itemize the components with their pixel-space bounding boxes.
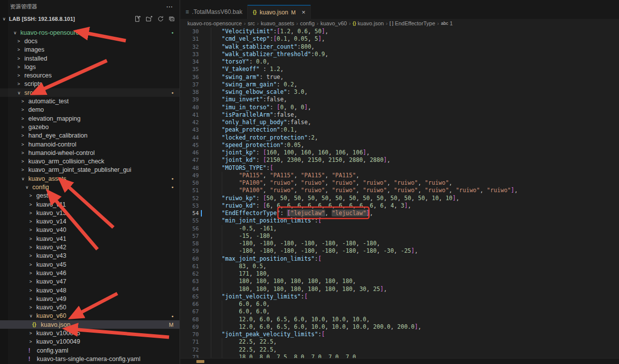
tab-kuavo.json[interactable]: {}kuavo.jsonM× (248, 5, 311, 19)
chevron-right-icon[interactable]: > (29, 219, 36, 224)
breadcrumb-item-config[interactable]: config (300, 20, 314, 26)
code-line[interactable]: 72 22.5, 22.5, (180, 346, 619, 354)
code-line[interactable]: 31 "cmd_vel_step":[0.1, 0.05, 5], (180, 35, 619, 43)
tree-row-kuavo_v40[interactable]: >kuavo_v40 (0, 226, 179, 234)
chevron-right-icon[interactable]: > (17, 47, 24, 52)
tree-row-kuavo_arm_collision_check[interactable]: >kuavo_arm_collision_check (0, 157, 179, 165)
chevron-right-icon[interactable]: > (29, 227, 36, 232)
chevron-right-icon[interactable]: > (29, 331, 36, 336)
breadcrumb-item-kuavo.json[interactable]: kuavo.json (357, 20, 384, 26)
code-line[interactable]: 43 "peak_protection":0.1, (180, 126, 619, 134)
tree-row-gesture[interactable]: >gesture (0, 192, 179, 200)
new-folder-icon[interactable] (146, 15, 153, 22)
chevron-right-icon[interactable]: > (21, 107, 28, 112)
tree-row-gazebo[interactable]: >gazebo (0, 123, 179, 131)
tree-row-config[interactable]: ∨config● (0, 183, 179, 191)
code-line[interactable]: 32 "walk_stablizer_count":800, (180, 43, 619, 51)
more-actions-icon[interactable]: ⋯ (166, 2, 174, 10)
tree-row-kuavo_v46[interactable]: >kuavo_v46 (0, 269, 179, 277)
code-line[interactable]: 40 "imu_in_torso": [0, 0, 0], (180, 104, 619, 111)
tree-row-kuavo_v100049[interactable]: >kuavo_v100049 (0, 338, 179, 346)
chevron-right-icon[interactable]: > (21, 133, 28, 138)
tree-row-kuavo_v41[interactable]: >kuavo_v41 (0, 234, 179, 243)
tab-.TotalMassV60.bak[interactable]: ≡.TotalMassV60.bak (180, 5, 248, 19)
code-line[interactable]: 49 "PA115", "PA115", "PA115", "PA115", (180, 172, 619, 179)
chevron-right-icon[interactable]: > (29, 211, 36, 216)
chevron-right-icon[interactable]: > (29, 305, 36, 310)
code-line[interactable]: 34 "torsoY": 0.0, (180, 58, 619, 66)
breadcrumb-item-EndEffectorType[interactable]: EndEffectorType (395, 20, 435, 26)
tree-row-kuavo_v50[interactable]: >kuavo_v50 (0, 303, 179, 312)
tree-row-kuavo_arm_joint_state_publisher_gui[interactable]: >kuavo_arm_joint_state_publisher_gui (0, 166, 179, 174)
tree-row-kuavo.json[interactable]: {}kuavo.jsonM (0, 320, 179, 329)
tree-row-kuavo_v42[interactable]: >kuavo_v42 (0, 243, 179, 251)
chevron-right-icon[interactable]: > (21, 142, 28, 147)
chevron-right-icon[interactable]: > (21, 125, 28, 130)
code-line[interactable]: 47 "joint_kd": [2150, 2300, 2150, 2150, … (180, 156, 619, 164)
tree-row-src[interactable]: ∨src● (0, 88, 179, 97)
tree-row-kuavo_v60[interactable]: ∨kuavo_v60● (0, 312, 179, 320)
code-line[interactable]: 48 "MOTORS_TYPE":[ (180, 164, 619, 172)
tree-row-kuavo_v100045[interactable]: >kuavo_v100045 (0, 329, 179, 337)
tree-row-kuavo_v48[interactable]: >kuavo_v48 (0, 286, 179, 294)
tree-row-docs[interactable]: >docs (0, 37, 179, 45)
chevron-right-icon[interactable]: > (29, 253, 36, 258)
tree-row-kuavo_v45[interactable]: >kuavo_v45 (0, 260, 179, 269)
code-line[interactable]: 36 "swing_arm": true, (180, 73, 619, 81)
code-line[interactable]: 62 171, 180, (180, 270, 619, 278)
chevron-down-icon[interactable]: ∨ (29, 313, 36, 318)
workspace-section-header[interactable]: ∨ LAB [SSH: 192.168.8.101] (0, 13, 179, 25)
tree-row-elevation_mapping[interactable]: >elevation_mapping (0, 114, 179, 123)
collapse-all-icon[interactable] (169, 15, 176, 22)
tree-row-logs[interactable]: >logs (0, 63, 179, 71)
code-line[interactable]: 67 6.0, 6.0, (180, 308, 619, 315)
tree-row-kuavo_v13[interactable]: >kuavo_v13 (0, 209, 179, 217)
tree-row-images[interactable]: >images (0, 46, 179, 54)
code-line[interactable]: 50 "PA100", "ruiwo", "ruiwo", "ruiwo", "… (180, 179, 619, 187)
chevron-right-icon[interactable]: > (17, 73, 24, 78)
code-line[interactable]: 60 "max_joint_position_limits":[ (180, 255, 619, 263)
tree-row-kuavo_v14[interactable]: >kuavo_v14 (0, 218, 179, 226)
tree-row-kuavo-tars-single-camera-config.yaml[interactable]: !kuavo-tars-single-camera-config.yaml (0, 355, 179, 363)
chevron-right-icon[interactable]: > (17, 65, 24, 70)
breadcrumb-item-src[interactable]: src (248, 20, 255, 26)
code-line[interactable]: 59 -180, -180, -180, -180, -180, -180, -… (180, 247, 619, 255)
code-line[interactable]: 51 "PA100", "ruiwo", "ruiwo", "ruiwo", "… (180, 187, 619, 194)
tree-row-kuavo_v43[interactable]: >kuavo_v43 (0, 252, 179, 260)
code-line[interactable]: 37 "swing_arm_gain": 0.2, (180, 81, 619, 88)
code-line[interactable]: 68 12.0, 6.0, 6.5, 6.0, 10.0, 10.0, 10.0… (180, 316, 619, 323)
chevron-right-icon[interactable]: > (29, 339, 36, 344)
close-icon[interactable]: × (302, 8, 306, 16)
tree-row-config.yaml[interactable]: !config.yaml (0, 346, 179, 355)
chevron-right-icon[interactable]: > (29, 262, 36, 267)
chevron-down-icon[interactable]: ∨ (21, 176, 28, 181)
chevron-right-icon[interactable]: > (17, 56, 24, 61)
tree-row-hand_eye_calibration[interactable]: >hand_eye_calibration (0, 132, 179, 140)
code-line[interactable]: 69 12.0, 6.0, 6.5, 6.0, 10.0, 10.0, 10.0… (180, 323, 619, 331)
code-line[interactable]: 71 22.5, 22.5, (180, 338, 619, 346)
code-line[interactable]: 35 "V_takeoff" : 1.2, (180, 66, 619, 73)
code-line[interactable]: 45 "speed_protection":0.05, (180, 142, 619, 149)
chevron-right-icon[interactable]: > (17, 81, 24, 86)
tree-row-humanoid-wheel-control[interactable]: >humanoid-wheel-control (0, 148, 179, 157)
refresh-icon[interactable] (157, 15, 164, 22)
code-line[interactable]: 52 "ruiwo_kp": [50, 50, 50, 50, 50, 50, … (180, 195, 619, 202)
tree-row-resources[interactable]: >resources (0, 71, 179, 79)
tree-row-kuavo_assets[interactable]: ∨kuavo_assets● (0, 174, 179, 183)
tree-row-kuavo_v49[interactable]: >kuavo_v49 (0, 294, 179, 303)
code-line[interactable]: 56 -0.5, -161, (180, 225, 619, 232)
code-line[interactable]: 61 83, 0.5, (180, 263, 619, 270)
chevron-down-icon[interactable]: ∨ (17, 90, 24, 95)
code-line[interactable]: 53 "ruiwo_kd": [6, 6, 6, 6, 6, 6, 6, 6, … (180, 202, 619, 210)
chevron-down-icon[interactable]: ∨ (25, 185, 32, 190)
chevron-right-icon[interactable]: > (17, 39, 24, 44)
breadcrumb-item-kuavo_assets[interactable]: kuavo_assets (261, 20, 294, 26)
chevron-right-icon[interactable]: > (21, 99, 28, 104)
code-line[interactable]: 44 "locked_rotor_protection":2, (180, 134, 619, 142)
chevron-right-icon[interactable]: > (29, 296, 36, 301)
chevron-right-icon[interactable]: > (29, 288, 36, 293)
chevron-right-icon[interactable]: > (29, 236, 36, 241)
chevron-right-icon[interactable]: > (29, 279, 36, 284)
tree-row-kuavo-ros-opensource[interactable]: ∨kuavo-ros-opensource● (0, 28, 179, 37)
code-line[interactable]: 41 "isParallelArm":false, (180, 111, 619, 119)
